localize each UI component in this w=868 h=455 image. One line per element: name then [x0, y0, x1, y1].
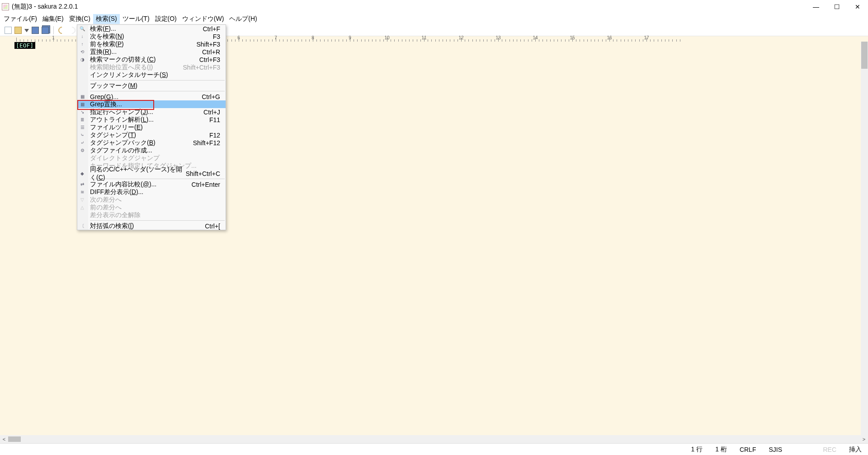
save-all-icon[interactable] — [42, 27, 49, 34]
close-button[interactable]: ✕ — [847, 0, 868, 14]
window-controls: — ☐ ✕ — [806, 0, 868, 14]
new-file-icon[interactable] — [5, 27, 12, 34]
ruler-label-17: 17 — [644, 35, 649, 40]
menu-item-return-start: 検索開始位置へ戻る(I)Shift+Ctrl+F3 — [77, 63, 226, 71]
grep-icon: ▦ — [79, 94, 85, 100]
blank-icon — [79, 212, 85, 218]
maximize-button[interactable]: ☐ — [826, 0, 847, 14]
compare-icon: ⇄ — [79, 181, 85, 188]
vertical-scrollbar-thumb[interactable] — [861, 42, 868, 69]
menu-tools[interactable]: ツール(T) — [120, 14, 152, 24]
ruler-label-6: 6 — [237, 35, 240, 40]
menu-item-label: 次の差分へ — [90, 196, 220, 204]
vertical-scrollbar[interactable] — [861, 42, 868, 443]
menu-search[interactable]: 検索(S) — [93, 14, 120, 24]
bracket-icon: 〔 — [79, 223, 85, 229]
scroll-right-arrow[interactable]: > — [860, 435, 868, 443]
menu-settings[interactable]: 設定(O) — [152, 14, 179, 24]
menu-item-file-tree[interactable]: ☰ファイルツリー(E) — [77, 123, 226, 131]
jump-icon: ↘ — [79, 109, 85, 115]
menu-item-next-diff: ▽次の差分へ — [77, 196, 226, 204]
menu-item-label: ブックマーク(M) — [90, 82, 220, 90]
tag-make-icon: ⚙ — [79, 147, 85, 154]
menu-item-shortcut: F12 — [209, 132, 226, 139]
menu-item-tag-jump[interactable]: ⤷タグジャンプ(T)F12 — [77, 131, 226, 139]
replace-icon: ⟲ — [79, 49, 85, 55]
app-icon — [2, 3, 9, 10]
horizontal-scrollbar-thumb[interactable] — [8, 436, 21, 442]
menu-item-direct-tag: ダイレクトタグジャンプ — [77, 154, 226, 162]
save-icon[interactable] — [32, 27, 39, 34]
menu-convert[interactable]: 変換(C) — [66, 14, 93, 24]
menu-item-diff[interactable]: ≋DIFF差分表示(D)... — [77, 188, 226, 196]
menu-item-find-prev[interactable]: ↑前を検索(P)Shift+F3 — [77, 40, 226, 48]
minimize-button[interactable]: — — [806, 0, 826, 14]
blank-icon — [79, 155, 85, 161]
menu-item-shortcut: Shift+Ctrl+C — [186, 170, 226, 177]
ruler-label-11: 11 — [421, 35, 426, 40]
menu-item-grep[interactable]: ▦Grep(G)...Ctrl+G — [77, 93, 226, 100]
menu-item-bookmark[interactable]: ブックマーク(M) — [77, 82, 226, 90]
menu-item-shortcut: Ctrl+G — [202, 93, 226, 100]
menu-item-jump-line[interactable]: ↘指定行へジャンプ(J)...Ctrl+J — [77, 108, 226, 116]
cpp-icon: ◆ — [79, 171, 85, 177]
dropdown-icon[interactable] — [24, 27, 29, 34]
open-file-icon[interactable] — [14, 27, 22, 34]
menu-item-replace[interactable]: ⟲置換(R)...Ctrl+R — [77, 48, 226, 56]
menu-item-label: ファイル内容比較(@)... — [90, 180, 192, 189]
undo-icon[interactable] — [57, 25, 67, 35]
menu-item-label: 前を検索(P) — [90, 40, 196, 48]
menu-item-incremental[interactable]: インクリメンタルサーチ(S) — [77, 71, 226, 79]
menu-item-file-compare[interactable]: ⇄ファイル内容比較(@)...Ctrl+Enter — [77, 180, 226, 188]
menu-item-label: ファイルツリー(E) — [90, 123, 220, 132]
status-line: 1 行 — [685, 446, 709, 454]
menu-edit[interactable]: 編集(E) — [40, 14, 66, 24]
scroll-left-arrow[interactable]: < — [0, 435, 8, 443]
ruler-label-1: 1 — [52, 35, 55, 40]
menu-item-label: 対括弧の検索([) — [90, 222, 205, 230]
ruler-label-15: 15 — [570, 35, 575, 40]
menu-item-shortcut: F3 — [213, 33, 226, 40]
menu-item-label: 置換(R)... — [90, 48, 202, 56]
status-eol: CRLF — [733, 446, 763, 453]
menu-item-tag-jump-back[interactable]: ⤶タグジャンプバック(B)Shift+F12 — [77, 139, 226, 147]
menu-item-label: インクリメンタルサーチ(S) — [90, 71, 220, 79]
magnifier-icon: 🔍 — [79, 26, 85, 32]
window-title: (無題)3 - sakura 2.2.0.1 — [12, 3, 806, 11]
menu-item-label: 検索マークの切替え(C) — [90, 56, 199, 64]
menu-item-open-cpp[interactable]: ◆同名のC/C++ヘッダ(ソース)を開く(C)Shift+Ctrl+C — [77, 170, 226, 177]
blank-icon — [79, 163, 85, 169]
menu-item-toggle-mark[interactable]: ◑検索マークの切替え(C)Ctrl+F3 — [77, 56, 226, 63]
ruler-label-10: 10 — [384, 35, 389, 40]
line-number-gutter — [0, 42, 14, 443]
redo-icon[interactable] — [67, 25, 77, 35]
menu-item-find[interactable]: 🔍検索(F)...Ctrl+F — [77, 25, 226, 33]
tree-icon: ☰ — [79, 124, 85, 131]
menu-item-shortcut: F11 — [209, 116, 226, 123]
horizontal-scrollbar[interactable]: < > — [0, 435, 868, 443]
menu-item-label: 前の差分へ — [90, 204, 220, 212]
menu-item-shortcut: Shift+F3 — [196, 41, 226, 48]
menu-item-label: ダイレクトタグジャンプ — [90, 154, 220, 162]
tag-back-icon: ⤶ — [79, 140, 85, 146]
menu-item-outline[interactable]: ≣アウトライン解析(L)...F11 — [77, 116, 226, 123]
menu-file[interactable]: ファイル(F) — [1, 14, 40, 24]
menu-item-make-tag[interactable]: ⚙タグファイルの作成... — [77, 147, 226, 154]
blank-icon — [79, 72, 85, 78]
ruler-label-13: 13 — [495, 35, 500, 40]
horizontal-scrollbar-track[interactable] — [8, 435, 860, 443]
statusbar: 1 行 1 桁 CRLF SJIS REC 挿入 — [0, 443, 868, 455]
menu-item-grep-replace[interactable]: ▦Grep置換... — [77, 100, 226, 108]
toolbar-separator — [53, 26, 54, 34]
menu-separator — [90, 91, 225, 91]
menu-item-shortcut: Ctrl+R — [202, 48, 226, 56]
menu-window[interactable]: ウィンドウ(W) — [179, 14, 227, 24]
menu-item-label: Grep置換... — [90, 100, 220, 109]
menu-item-label: 検索(F)... — [90, 25, 203, 33]
titlebar: (無題)3 - sakura 2.2.0.1 — ☐ ✕ — [0, 0, 868, 14]
menu-item-label: 検索開始位置へ戻る(I) — [90, 63, 183, 71]
menu-help[interactable]: ヘルプ(H) — [226, 14, 259, 24]
menu-item-bracket[interactable]: 〔対括弧の検索([)Ctrl+[ — [77, 222, 226, 230]
ruler-label-12: 12 — [458, 35, 463, 40]
menu-item-find-next[interactable]: ↓次を検索(N)F3 — [77, 33, 226, 40]
